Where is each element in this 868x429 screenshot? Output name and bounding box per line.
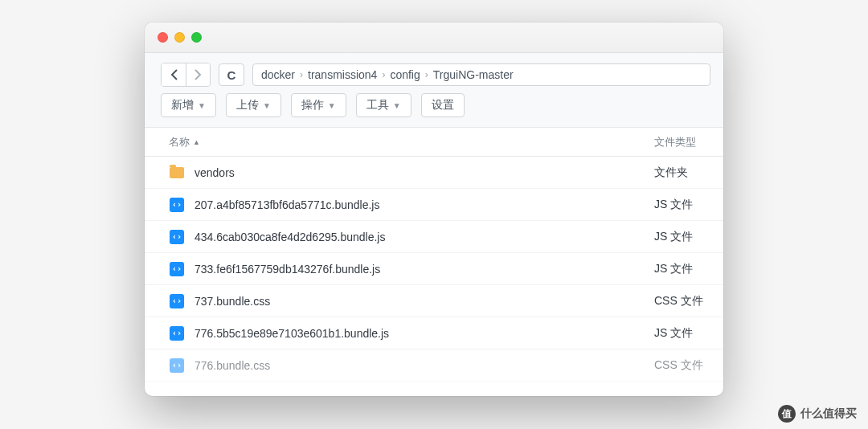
watermark-text: 什么值得买 — [800, 407, 857, 421]
file-row[interactable]: ‹›207.a4bf85713fbf6da5771c.bundle.jsJS 文… — [145, 189, 723, 221]
file-row[interactable]: ‹›776.bundle.cssCSS 文件 — [145, 349, 723, 382]
close-button[interactable] — [158, 32, 168, 43]
caret-down-icon: ▼ — [393, 101, 401, 110]
breadcrumb-segment[interactable]: docker — [261, 68, 295, 81]
file-name: 737.bundle.css — [194, 295, 270, 308]
refresh-button[interactable]: C — [219, 63, 244, 86]
action-label: 操作 — [301, 98, 324, 112]
folder-icon — [169, 165, 185, 181]
breadcrumb-segment[interactable]: TrguiNG-master — [433, 68, 514, 81]
file-row[interactable]: ‹›737.bundle.cssCSS 文件 — [145, 285, 723, 317]
table-header: 名称 ▲ 文件类型 — [145, 128, 723, 157]
new-label: 新增 — [171, 98, 194, 112]
code-file-icon: ‹› — [169, 261, 185, 277]
file-name-cell: ‹›733.fe6f1567759db143276f.bundle.js — [145, 261, 651, 277]
action-toolbar: 新增 ▼ 上传 ▼ 操作 ▼ 工具 ▼ 设置 — [145, 93, 723, 128]
nav-toolbar: C docker›transmission4›config›TrguiNG-ma… — [145, 53, 723, 93]
chevron-right-icon: › — [300, 69, 303, 80]
nav-buttons — [161, 63, 211, 87]
file-row[interactable]: ‹›434.6cab030ca8fe4d2d6295.bundle.jsJS 文… — [145, 221, 723, 253]
column-type-header[interactable]: 文件类型 — [651, 135, 723, 149]
file-name: 434.6cab030ca8fe4d2d6295.bundle.js — [194, 231, 385, 243]
file-name: 207.a4bf85713fbf6da5771c.bundle.js — [194, 198, 379, 211]
sort-asc-icon: ▲ — [193, 138, 200, 146]
upload-label: 上传 — [236, 98, 259, 112]
file-name: 776.5b5c19e89e7103e601b1.bundle.js — [194, 327, 389, 340]
column-name-label: 名称 — [169, 135, 190, 149]
file-row[interactable]: vendors文件夹 — [145, 157, 723, 189]
file-name-cell: ‹›737.bundle.css — [145, 293, 651, 309]
file-name-cell: ‹›776.bundle.css — [145, 358, 651, 374]
code-file-icon: ‹› — [169, 358, 185, 374]
caret-down-icon: ▼ — [263, 101, 271, 110]
file-row[interactable]: ‹›776.5b5c19e89e7103e601b1.bundle.jsJS 文… — [145, 317, 723, 349]
chevron-right-icon: › — [382, 69, 385, 80]
file-type: JS 文件 — [651, 326, 723, 341]
file-manager-window: C docker›transmission4›config›TrguiNG-ma… — [145, 22, 723, 396]
caret-down-icon: ▼ — [328, 101, 336, 110]
chevron-right-icon — [194, 69, 202, 80]
chevron-left-icon — [170, 69, 178, 80]
file-list: vendors文件夹‹›207.a4bf85713fbf6da5771c.bun… — [145, 157, 723, 382]
file-type: 文件夹 — [651, 165, 723, 180]
file-type: CSS 文件 — [651, 358, 723, 373]
forward-button[interactable] — [186, 63, 210, 86]
file-name-cell: ‹›776.5b5c19e89e7103e601b1.bundle.js — [145, 325, 651, 341]
caret-down-icon: ▼ — [198, 101, 206, 110]
code-file-icon: ‹› — [169, 325, 185, 341]
file-row[interactable]: ‹›733.fe6f1567759db143276f.bundle.jsJS 文… — [145, 253, 723, 285]
breadcrumb[interactable]: docker›transmission4›config›TrguiNG-mast… — [252, 63, 710, 86]
new-button[interactable]: 新增 ▼ — [161, 93, 216, 117]
watermark-icon: 值 — [778, 405, 796, 423]
refresh-icon: C — [227, 68, 236, 82]
file-name-cell: vendors — [145, 165, 651, 181]
file-type: JS 文件 — [651, 230, 723, 244]
breadcrumb-segment[interactable]: config — [390, 68, 420, 81]
file-name: 733.fe6f1567759db143276f.bundle.js — [194, 263, 380, 276]
file-name: vendors — [194, 166, 235, 179]
breadcrumb-segment[interactable]: transmission4 — [308, 68, 377, 81]
file-name-cell: ‹›207.a4bf85713fbf6da5771c.bundle.js — [145, 197, 651, 213]
code-file-icon: ‹› — [169, 293, 185, 309]
file-name-cell: ‹›434.6cab030ca8fe4d2d6295.bundle.js — [145, 229, 651, 245]
action-button[interactable]: 操作 ▼ — [291, 93, 346, 117]
code-file-icon: ‹› — [169, 229, 185, 245]
upload-button[interactable]: 上传 ▼ — [226, 93, 281, 117]
tool-label: 工具 — [366, 98, 389, 112]
file-name: 776.bundle.css — [194, 359, 270, 372]
file-type: JS 文件 — [651, 198, 723, 212]
file-type: JS 文件 — [651, 262, 723, 276]
maximize-button[interactable] — [191, 32, 202, 43]
back-button[interactable] — [162, 63, 186, 86]
titlebar — [145, 22, 723, 53]
file-type: CSS 文件 — [651, 294, 723, 308]
tool-button[interactable]: 工具 ▼ — [356, 93, 411, 117]
settings-button[interactable]: 设置 — [421, 93, 465, 117]
column-name-header[interactable]: 名称 ▲ — [145, 135, 651, 149]
column-type-label: 文件类型 — [654, 136, 696, 148]
code-file-icon: ‹› — [169, 197, 185, 213]
chevron-right-icon: › — [425, 69, 428, 80]
settings-label: 设置 — [432, 98, 454, 112]
minimize-button[interactable] — [174, 32, 185, 43]
watermark: 值 什么值得买 — [778, 405, 857, 423]
